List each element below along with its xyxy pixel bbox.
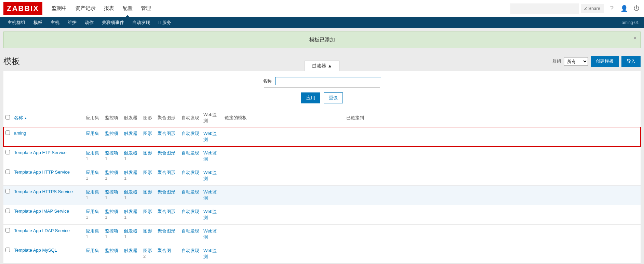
sub-nav-item[interactable]: 模板 (29, 17, 46, 28)
graphs-link[interactable]: 图形 (143, 150, 152, 155)
applications-link[interactable]: 应用集 (86, 131, 99, 136)
logo[interactable]: ZABBIX (3, 2, 42, 15)
triggers-link[interactable]: 触发器 (124, 209, 137, 214)
sub-nav-item[interactable]: 主机 (46, 17, 64, 28)
web-link[interactable]: Web监测 (203, 228, 217, 240)
web-link[interactable]: Web监测 (203, 170, 217, 181)
sub-nav-item[interactable]: 主机群组 (3, 17, 29, 28)
filter-toggle[interactable]: 过滤器 ▲ (305, 61, 339, 71)
filter-name-input[interactable] (275, 77, 381, 85)
discovery-link[interactable]: 自动发现 (182, 170, 199, 175)
screens-link[interactable]: 聚合图形 (158, 228, 175, 234)
create-template-button[interactable]: 创建模板 (591, 56, 619, 67)
screens-link[interactable]: 聚合图形 (158, 209, 175, 214)
discovery-link[interactable]: 自动发现 (182, 131, 199, 136)
top-menu-item[interactable]: 配置 (118, 0, 137, 17)
applications-link[interactable]: 应用集 (86, 150, 99, 155)
items-link[interactable]: 监控项 (105, 131, 118, 136)
items-link[interactable]: 监控项 (105, 228, 118, 234)
col-applications: 应用集 (84, 109, 103, 127)
help-icon[interactable]: ? (608, 5, 616, 12)
discovery-link[interactable]: 自动发现 (182, 248, 199, 253)
template-name-link[interactable]: Template App LDAP Service (14, 228, 70, 233)
sub-nav-item[interactable]: 动作 (81, 17, 98, 28)
template-name-link[interactable]: Template App FTP Service (14, 150, 67, 155)
web-link[interactable]: Web监测 (203, 209, 217, 220)
web-link[interactable]: Web监测 (203, 189, 217, 201)
items-link[interactable]: 监控项 (105, 189, 118, 194)
search-wrap: 🔍 (510, 3, 577, 14)
template-name-link[interactable]: Template App MySQL (14, 248, 57, 253)
graphs-link[interactable]: 图形 (143, 189, 152, 194)
power-icon[interactable]: ⏻ (632, 5, 641, 12)
template-name-link[interactable]: Template App HTTP Service (14, 169, 70, 175)
host-label: aming-01 (622, 20, 641, 25)
screens-link[interactable]: 聚合图形 (158, 150, 175, 155)
graphs-link[interactable]: 图形 (143, 209, 152, 214)
triggers-link[interactable]: 触发器 (124, 131, 137, 136)
row-checkbox[interactable] (5, 209, 10, 213)
filter-reset-button[interactable]: 重设 (324, 92, 343, 103)
discovery-link[interactable]: 自动发现 (182, 228, 199, 234)
group-select[interactable]: 所有 (564, 57, 588, 66)
user-icon[interactable]: 👤 (620, 5, 628, 12)
triggers-link[interactable]: 触发器 (124, 170, 137, 175)
screens-link[interactable]: 聚合图 (158, 248, 171, 253)
items-link[interactable]: 监控项 (105, 170, 118, 175)
row-checkbox[interactable] (5, 130, 10, 135)
template-name-link[interactable]: Template App IMAP Service (14, 209, 69, 214)
sub-nav-item[interactable]: IT服务 (154, 17, 175, 28)
triggers-link[interactable]: 触发器 (124, 150, 137, 155)
top-menu-item[interactable]: 监测中 (48, 0, 71, 17)
applications-link[interactable]: 应用集 (86, 228, 99, 234)
template-name-link[interactable]: Template App HTTPS Service (14, 189, 73, 194)
applications-link[interactable]: 应用集 (86, 248, 99, 253)
applications-link[interactable]: 应用集 (86, 189, 99, 194)
screens-link[interactable]: 聚合图形 (158, 170, 175, 175)
col-name[interactable]: 名称 ▲ (12, 109, 84, 127)
applications-link[interactable]: 应用集 (86, 209, 99, 214)
row-checkbox[interactable] (5, 169, 10, 174)
top-menu-item[interactable]: 管理 (137, 0, 155, 17)
share-button[interactable]: ZShare (581, 4, 604, 13)
triggers-link[interactable]: 触发器 (124, 248, 137, 253)
web-link[interactable]: Web监测 (203, 248, 217, 259)
items-link[interactable]: 监控项 (105, 150, 118, 155)
top-nav: ZABBIX 监测中资产记录报表配置管理 🔍 ZShare ? 👤 ⏻ (0, 0, 644, 17)
template-name-link[interactable]: aming (14, 130, 26, 136)
items-link[interactable]: 监控项 (105, 209, 118, 214)
sub-nav-item[interactable]: 关联项事件 (98, 17, 128, 28)
row-checkbox[interactable] (5, 150, 10, 154)
top-menu-item[interactable]: 报表 (100, 0, 118, 17)
triggers-link[interactable]: 触发器 (124, 228, 137, 234)
row-checkbox[interactable] (5, 189, 10, 193)
discovery-link[interactable]: 自动发现 (182, 150, 199, 155)
filter-name-label: 名称 (263, 78, 272, 84)
col-items: 监控项 (103, 109, 122, 127)
applications-link[interactable]: 应用集 (86, 170, 99, 175)
triggers-link[interactable]: 触发器 (124, 189, 137, 194)
graphs-link[interactable]: 图形 (143, 131, 152, 136)
graphs-link[interactable]: 图形 (143, 248, 152, 253)
screens-link[interactable]: 聚合图形 (158, 189, 175, 194)
items-link[interactable]: 监控项 (105, 248, 118, 253)
group-label: 群组 (552, 58, 561, 64)
table-row: Template App MySQL应用集监控项触发器图形 2聚合图自动发现We… (3, 244, 641, 264)
top-menu-item[interactable]: 资产记录 (71, 0, 100, 17)
import-button[interactable]: 导入 (621, 56, 641, 67)
row-checkbox[interactable] (5, 228, 10, 232)
close-icon[interactable]: × (633, 35, 637, 42)
select-all-checkbox[interactable] (5, 115, 10, 120)
row-checkbox[interactable] (5, 248, 10, 252)
screens-link[interactable]: 聚合图形 (158, 131, 175, 136)
discovery-link[interactable]: 自动发现 (182, 209, 199, 214)
sub-nav-item[interactable]: 自动发现 (128, 17, 154, 28)
filter-apply-button[interactable]: 应用 (301, 92, 320, 103)
web-link[interactable]: Web监测 (203, 131, 217, 142)
search-input[interactable] (510, 3, 579, 14)
web-link[interactable]: Web监测 (203, 150, 217, 162)
graphs-link[interactable]: 图形 (143, 228, 152, 234)
discovery-link[interactable]: 自动发现 (182, 189, 199, 194)
graphs-link[interactable]: 图形 (143, 170, 152, 175)
sub-nav-item[interactable]: 维护 (64, 17, 81, 28)
